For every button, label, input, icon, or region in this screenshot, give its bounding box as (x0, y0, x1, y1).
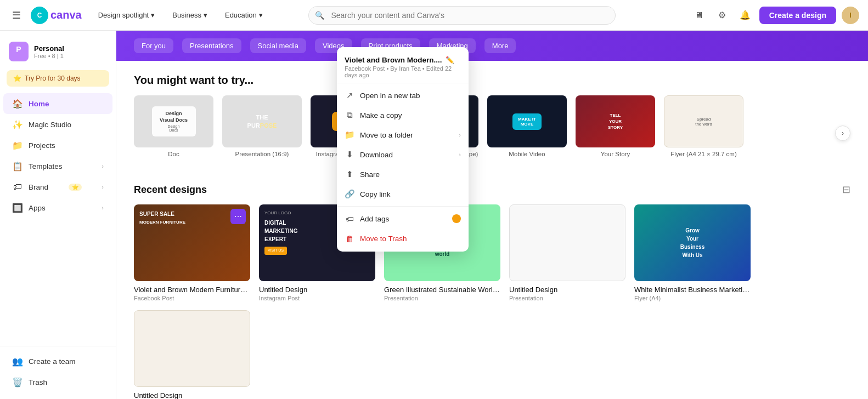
nav-education[interactable]: Education ▾ (219, 8, 268, 22)
design-card-untitled-doc[interactable]: Untitled Design Doc (134, 310, 250, 399)
tag-dot (452, 214, 461, 223)
user-avatar[interactable]: I (842, 7, 859, 24)
logo-text: canva (50, 9, 82, 21)
template-card-your-story[interactable]: TELLYOURSTORY Your Story (576, 95, 655, 157)
search-bar: 🔍 (308, 6, 616, 25)
chevron-down-icon: ▾ (151, 11, 155, 19)
canva-logo-icon: C (31, 7, 48, 24)
top-nav-social-media[interactable]: Social media (250, 38, 306, 53)
brand-badge: ⭐ (69, 184, 82, 191)
top-bar: ☰ C canva Design spotlight ▾ Business ▾ … (0, 0, 868, 31)
chevron-down-icon: ▾ (204, 11, 207, 19)
template-card-presentation[interactable]: The Purpose Presentation (16:9) (222, 95, 302, 157)
template-card-mobile-video[interactable]: MAKE ITMOVE Mobile Video (487, 95, 567, 157)
menu-item-share-label: Share (360, 170, 461, 179)
svg-text:C: C (37, 12, 42, 19)
notifications-icon-button[interactable]: 🔔 (736, 7, 754, 24)
trash-icon: 🗑 (345, 233, 354, 243)
sidebar-bottom: 👥 Create a team 🗑️ Trash (0, 346, 116, 392)
settings-icon-button[interactable]: ⚙ (713, 7, 731, 24)
chevron-right-icon: › (459, 132, 461, 138)
menu-item-move-folder-label: Move to a folder (360, 131, 453, 139)
sidebar-item-trash[interactable]: 🗑️ Trash (3, 372, 112, 392)
sidebar-user: P Personal Free • 8 | 1 (0, 37, 116, 70)
open-new-tab-icon: ↗ (345, 90, 354, 100)
sidebar-item-create-team[interactable]: 👥 Create a team (3, 351, 112, 372)
sidebar-item-brand[interactable]: 🏷 Brand ⭐ › (3, 176, 112, 197)
menu-item-move-folder[interactable]: 📁 Move to a folder › (337, 125, 469, 145)
sidebar-item-apps-label: Apps (29, 204, 46, 212)
context-menu-title: Violet and Brown Modern.... ✏️ (345, 56, 461, 64)
menu-item-share[interactable]: ⬆ Share (337, 164, 469, 184)
design-option-purple-btn-1[interactable]: ⋯ (230, 209, 246, 224)
design-sublabel-3: Presentation (384, 295, 500, 301)
main-content: For you Presentations Social media Video… (116, 31, 868, 399)
sidebar-item-projects[interactable]: 📁 Projects (3, 135, 112, 156)
try-pro-button[interactable]: ⭐ Try Pro for 30 days (7, 70, 109, 87)
menu-item-open-new-tab[interactable]: ↗ Open in a new tab (337, 86, 469, 105)
template-scroll-row: DesignVisual Docs DesignDocs Doc The Pur… (134, 95, 850, 170)
top-right-actions: 🖥 ⚙ 🔔 Create a design I (690, 7, 859, 24)
design-card-white-minimalist[interactable]: GrowYourBusinessWith Us White Minimalist… (634, 204, 751, 301)
sidebar-item-home-label: Home (29, 100, 49, 108)
monitor-icon-button[interactable]: 🖥 (690, 7, 708, 24)
top-nav-bar: For you Presentations Social media Video… (116, 31, 868, 61)
sidebar-user-name: Personal (34, 44, 64, 53)
apps-icon: 🔲 (12, 202, 23, 213)
top-nav-for-you[interactable]: For you (134, 38, 173, 53)
template-label-mobile-video: Mobile Video (487, 151, 567, 157)
sidebar-item-brand-label: Brand (29, 183, 48, 191)
design-label-5: White Minimalist Business Marketin... (634, 286, 751, 294)
designs-grid: SUPER SALE MODERN FURNITURE ⋯ Violet and… (134, 204, 850, 399)
move-folder-icon: 📁 (345, 130, 354, 140)
menu-item-make-copy[interactable]: ⧉ Make a copy (337, 105, 469, 125)
menu-item-move-trash[interactable]: 🗑 Move to Trash (337, 229, 469, 248)
hamburger-icon: ☰ (12, 9, 21, 21)
template-label-your-story: Your Story (576, 151, 655, 157)
sidebar-user-plan: Free • 8 | 1 (34, 53, 64, 59)
design-sublabel-5: Flyer (A4) (634, 295, 751, 301)
search-icon: 🔍 (315, 11, 324, 20)
chevron-down-icon: ▾ (259, 11, 263, 19)
design-label-1: Violet and Brown Modern Furniture... (134, 286, 250, 294)
chevron-right-icon: › (102, 184, 104, 190)
edit-icon[interactable]: ✏️ (446, 56, 454, 64)
menu-divider (337, 206, 469, 207)
menu-item-add-tags[interactable]: 🏷 Add tags (337, 209, 469, 229)
sidebar-item-trash-label: Trash (29, 378, 47, 386)
create-design-button[interactable]: Create a design (759, 7, 836, 24)
top-nav-presentations[interactable]: Presentations (182, 38, 241, 53)
menu-item-add-tags-label: Add tags (360, 215, 447, 223)
design-card-untitled-presentation[interactable]: Untitled Design Presentation (509, 204, 625, 301)
trash-icon: 🗑️ (12, 377, 23, 387)
menu-item-copy-link[interactable]: 🔗 Copy link (337, 184, 469, 204)
logo[interactable]: C canva (31, 7, 82, 24)
sidebar-item-magic-studio[interactable]: ✨ Magic Studio (3, 114, 112, 135)
sidebar: P Personal Free • 8 | 1 ⭐ Try Pro for 30… (0, 31, 116, 399)
sidebar-item-apps[interactable]: 🔲 Apps › (3, 197, 112, 218)
nav-business[interactable]: Business ▾ (167, 8, 213, 22)
template-card-doc[interactable]: DesignVisual Docs DesignDocs Doc (134, 95, 213, 157)
design-label-4: Untitled Design (509, 286, 625, 294)
nav-design-spotlight-label: Design spotlight (98, 11, 149, 19)
context-menu: Violet and Brown Modern.... ✏️ Facebook … (337, 47, 469, 252)
menu-item-download[interactable]: ⬇ Download › (337, 145, 469, 164)
try-pro-label: Try Pro for 30 days (25, 75, 81, 82)
make-copy-icon: ⧉ (345, 110, 354, 120)
sidebar-item-magic-studio-label: Magic Studio (29, 121, 71, 129)
design-card-violet-brown[interactable]: SUPER SALE MODERN FURNITURE ⋯ Violet and… (134, 204, 250, 301)
sidebar-item-templates[interactable]: 📋 Templates › (3, 156, 112, 176)
main-area: P Personal Free • 8 | 1 ⭐ Try Pro for 30… (0, 31, 868, 399)
template-card-flyer[interactable]: Spreadthe word Flyer (A4 21 × 29.7 cm) (664, 95, 743, 157)
scroll-right-arrow[interactable]: › (835, 126, 850, 141)
nav-business-label: Business (172, 11, 201, 19)
top-nav-more[interactable]: More (484, 38, 516, 53)
nav-design-spotlight[interactable]: Design spotlight ▾ (93, 8, 161, 22)
share-icon: ⬆ (345, 169, 354, 179)
sidebar-item-templates-label: Templates (29, 162, 63, 170)
copy-link-icon: 🔗 (345, 189, 354, 199)
hamburger-button[interactable]: ☰ (9, 8, 24, 23)
list-view-icon[interactable]: ⊟ (842, 184, 850, 196)
search-input[interactable] (308, 6, 616, 25)
sidebar-item-home[interactable]: 🏠 Home (3, 93, 112, 114)
